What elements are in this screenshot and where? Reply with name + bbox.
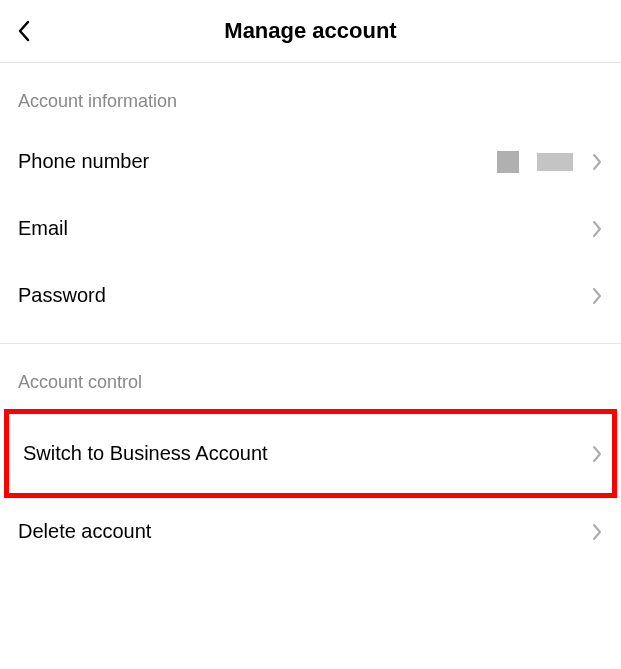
password-row[interactable]: Password <box>0 262 621 329</box>
phone-number-row[interactable]: Phone number <box>0 128 621 195</box>
list-item-right <box>497 151 603 173</box>
chevron-right-icon <box>591 286 603 306</box>
email-row[interactable]: Email <box>0 195 621 262</box>
list-item-right <box>591 522 603 542</box>
chevron-right-icon <box>591 152 603 172</box>
list-item-label: Switch to Business Account <box>23 442 268 465</box>
section-header-account-info: Account information <box>0 63 621 128</box>
highlight-box: Switch to Business Account <box>4 409 617 498</box>
page-title: Manage account <box>16 18 605 44</box>
list-item-label: Delete account <box>18 520 151 543</box>
list-item-label: Email <box>18 217 68 240</box>
chevron-right-icon <box>591 522 603 542</box>
header: Manage account <box>0 0 621 63</box>
list-item-right <box>591 219 603 239</box>
list-item-label: Password <box>18 284 106 307</box>
section-header-account-control: Account control <box>0 344 621 409</box>
list-item-label: Phone number <box>18 150 149 173</box>
chevron-left-icon <box>16 19 32 43</box>
delete-account-row[interactable]: Delete account <box>0 498 621 565</box>
redacted-block <box>497 151 519 173</box>
switch-business-row[interactable]: Switch to Business Account <box>9 414 612 493</box>
chevron-right-icon <box>591 219 603 239</box>
highlight-container: Switch to Business Account <box>0 409 621 498</box>
redacted-block <box>537 153 573 171</box>
redacted-value <box>497 151 573 173</box>
chevron-right-icon <box>591 444 603 464</box>
back-button[interactable] <box>16 19 32 43</box>
list-item-right <box>591 286 603 306</box>
